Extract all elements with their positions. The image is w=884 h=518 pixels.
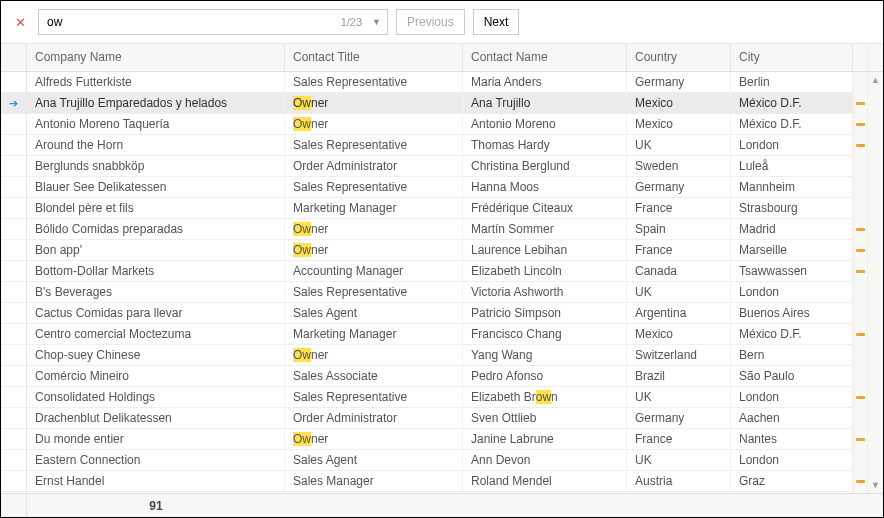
row-indicator (1, 345, 27, 365)
cell-contact: Frédérique Citeaux (463, 198, 627, 218)
cell-city: London (731, 450, 853, 470)
table-row[interactable]: Alfreds FutterkisteSales RepresentativeM… (1, 72, 853, 93)
col-header-contact[interactable]: Contact Name (463, 44, 627, 71)
cell-city: Graz (731, 471, 853, 491)
match-mark (856, 123, 865, 126)
table-row[interactable]: Eastern ConnectionSales AgentAnn DevonUK… (1, 450, 853, 471)
cell-contact: Elizabeth Brown (463, 387, 627, 407)
cell-company: Centro comercial Moctezuma (27, 324, 285, 344)
table-row[interactable]: B's BeveragesSales RepresentativeVictori… (1, 282, 853, 303)
vertical-scrollbar[interactable]: ▲ ▼ (867, 72, 883, 493)
cell-title: Sales Representative (285, 282, 463, 302)
cell-city: Aachen (731, 408, 853, 428)
cell-contact: Antonio Moreno (463, 114, 627, 134)
table-row[interactable]: Drachenblut DelikatessenOrder Administra… (1, 408, 853, 429)
prev-button[interactable]: Previous (396, 9, 465, 35)
table-row[interactable]: Centro comercial MoctezumaMarketing Mana… (1, 324, 853, 345)
match-mark (856, 228, 865, 231)
cell-contact: Maria Anders (463, 72, 627, 92)
cell-contact: Victoria Ashworth (463, 282, 627, 302)
cell-contact: Pedro Afonso (463, 366, 627, 386)
cell-company: Blauer See Delikatessen (27, 177, 285, 197)
table-row[interactable]: Around the HornSales RepresentativeThoma… (1, 135, 853, 156)
row-indicator (1, 114, 27, 134)
row-indicator (1, 135, 27, 155)
cell-country: Mexico (627, 93, 731, 113)
match-mark (856, 396, 865, 399)
table-row[interactable]: Du monde entierOwnerJanine LabruneFrance… (1, 429, 853, 450)
table-row[interactable]: Comércio MineiroSales AssociatePedro Afo… (1, 366, 853, 387)
cell-contact: Hanna Moos (463, 177, 627, 197)
table-row[interactable]: Blauer See DelikatessenSales Representat… (1, 177, 853, 198)
cell-contact: Martín Sommer (463, 219, 627, 239)
cell-company: Ernst Handel (27, 471, 285, 491)
cell-contact: Ana Trujillo (463, 93, 627, 113)
match-gutter-header (853, 44, 867, 71)
scroll-up-icon[interactable]: ▲ (868, 72, 883, 88)
chevron-down-icon[interactable]: ▼ (366, 17, 387, 27)
cell-title: Sales Agent (285, 303, 463, 323)
cell-city: Bern (731, 345, 853, 365)
cell-title: Sales Representative (285, 72, 463, 92)
cell-city: London (731, 135, 853, 155)
cell-country: Mexico (627, 324, 731, 344)
cell-contact: Ann Devon (463, 450, 627, 470)
cell-company: Chop-suey Chinese (27, 345, 285, 365)
cell-country: France (627, 198, 731, 218)
table-row[interactable]: Ernst HandelSales ManagerRoland MendelAu… (1, 471, 853, 492)
row-indicator: ➔ (1, 93, 27, 113)
search-input[interactable] (39, 11, 341, 33)
cell-city: México D.F. (731, 324, 853, 344)
cell-title: Sales Agent (285, 450, 463, 470)
col-header-city[interactable]: City (731, 44, 853, 71)
scroll-down-icon[interactable]: ▼ (868, 477, 883, 493)
cell-company: Comércio Mineiro (27, 366, 285, 386)
table-row[interactable]: Blondel père et filsMarketing ManagerFré… (1, 198, 853, 219)
row-indicator (1, 261, 27, 281)
cell-contact: Janine Labrune (463, 429, 627, 449)
row-indicator (1, 72, 27, 92)
table-row[interactable]: Consolidated HoldingsSales Representativ… (1, 387, 853, 408)
col-header-title[interactable]: Contact Title (285, 44, 463, 71)
cell-city: Madrid (731, 219, 853, 239)
cell-contact: Elizabeth Lincoln (463, 261, 627, 281)
cell-company: Berglunds snabbköp (27, 156, 285, 176)
table-row[interactable]: ➔Ana Trujillo Emparedados y heladosOwner… (1, 93, 853, 114)
match-mark (856, 102, 865, 105)
col-header-country[interactable]: Country (627, 44, 731, 71)
cell-company: Bólido Comidas preparadas (27, 219, 285, 239)
cell-company: Bon app' (27, 240, 285, 260)
cell-city: Nantes (731, 429, 853, 449)
scrollbar-header (867, 44, 883, 71)
cell-country: Austria (627, 471, 731, 491)
close-icon[interactable]: ✕ (11, 15, 30, 30)
table-row[interactable]: Chop-suey ChineseOwnerYang WangSwitzerla… (1, 345, 853, 366)
search-bar: ✕ 1/23 ▼ Previous Next (1, 1, 883, 43)
table-row[interactable]: Antonio Moreno TaqueríaOwnerAntonio More… (1, 114, 853, 135)
cell-title: Order Administrator (285, 408, 463, 428)
cell-country: UK (627, 450, 731, 470)
table-row[interactable]: Bólido Comidas preparadasOwnerMartín Som… (1, 219, 853, 240)
cell-title: Accounting Manager (285, 261, 463, 281)
cell-country: Germany (627, 408, 731, 428)
cell-city: Tsawwassen (731, 261, 853, 281)
table-row[interactable]: Cactus Comidas para llevarSales AgentPat… (1, 303, 853, 324)
match-mark (856, 480, 865, 483)
next-button[interactable]: Next (473, 9, 520, 35)
row-indicator (1, 219, 27, 239)
row-indicator (1, 471, 27, 491)
row-indicator (1, 156, 27, 176)
row-indicator-header (1, 44, 27, 71)
cell-city: Luleå (731, 156, 853, 176)
cell-contact: Francisco Chang (463, 324, 627, 344)
table-row[interactable]: Bottom-Dollar MarketsAccounting ManagerE… (1, 261, 853, 282)
cell-title: Owner (285, 345, 463, 365)
table-row[interactable]: Bon app'OwnerLaurence LebihanFranceMarse… (1, 240, 853, 261)
row-indicator (1, 387, 27, 407)
col-header-company[interactable]: Company Name (27, 44, 285, 71)
table-row[interactable]: Berglunds snabbköpOrder AdministratorChr… (1, 156, 853, 177)
search-count: 1/23 (341, 16, 366, 28)
row-indicator (1, 366, 27, 386)
row-indicator (1, 408, 27, 428)
cell-city: Buenos Aires (731, 303, 853, 323)
